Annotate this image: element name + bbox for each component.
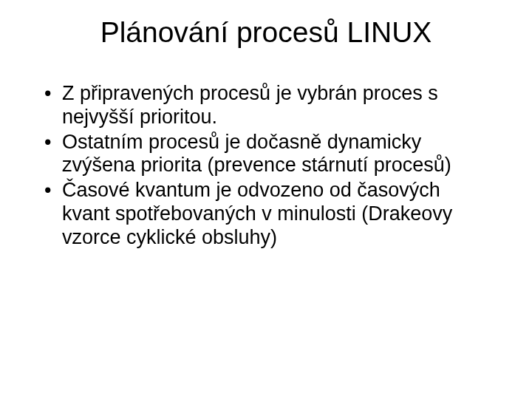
bullet-list: Z připravených procesů je vybrán proces … [37,82,495,250]
list-item: Časové kvantum je odvozeno od časových k… [43,179,489,250]
list-item: Z připravených procesů je vybrán proces … [43,82,489,129]
slide: Plánování procesů LINUX Z připravených p… [0,0,532,399]
list-item: Ostatním procesů je dočasně dynamicky zv… [43,131,489,178]
slide-title: Plánování procesů LINUX [37,16,495,50]
